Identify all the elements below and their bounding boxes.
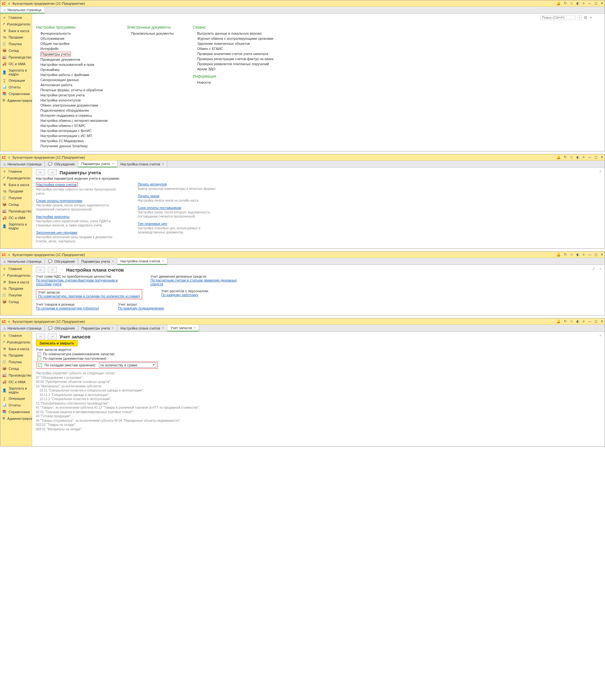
window-control-icon[interactable]: ◐: [576, 252, 580, 257]
window-control-icon[interactable]: ◐: [576, 1, 580, 5]
window-control-icon[interactable]: ☆: [570, 155, 573, 159]
sidebar-item[interactable]: 📊Отчеты: [0, 84, 32, 90]
sidebar-item[interactable]: ↗Руководителю: [0, 339, 32, 345]
window-control-icon[interactable]: ◐: [576, 319, 580, 323]
search-input[interactable]: [540, 15, 575, 20]
settings-link[interactable]: Сроки оплаты покупателями: [36, 199, 82, 203]
sidebar-item[interactable]: ⚙Администрирование: [0, 97, 32, 104]
tab-home[interactable]: ⌂Начальная страница: [0, 258, 45, 265]
plan-link[interactable]: По каждому работнику: [161, 293, 199, 297]
sidebar-item[interactable]: 🏭Производство: [0, 372, 32, 378]
sidebar-item[interactable]: 🏭Производство: [0, 54, 32, 60]
menu-icon[interactable]: ≡: [8, 155, 10, 159]
window-control-icon[interactable]: 🔔: [556, 155, 561, 159]
settings-link[interactable]: Настройка плана счетов: [37, 182, 77, 186]
sidebar-item[interactable]: ∑Операции: [0, 77, 32, 84]
menu-link[interactable]: Автономная работа: [41, 83, 107, 87]
forward-button[interactable]: →: [48, 170, 57, 175]
sidebar-item[interactable]: 📚Справочники: [0, 408, 32, 415]
menu-link[interactable]: Обмен электронными документами: [41, 103, 107, 107]
menu-link[interactable]: Настройки регистров учета: [41, 93, 107, 97]
sidebar-item[interactable]: ⚙Администрирование: [0, 415, 32, 422]
menu-link[interactable]: Проверка аналитики счетов учета капитала: [197, 52, 274, 56]
close-icon[interactable]: ×: [162, 162, 164, 166]
menu-link[interactable]: Настройка колонтитулов: [41, 98, 107, 102]
window-control-icon[interactable]: —: [588, 155, 591, 159]
quantity-sum-dropdown[interactable]: по количеству и сумме: [99, 362, 156, 368]
window-control-icon[interactable]: ◻: [595, 252, 597, 257]
window-control-icon[interactable]: ☆: [570, 319, 573, 323]
back-button[interactable]: ←: [36, 267, 45, 273]
close-icon[interactable]: ×: [112, 162, 114, 166]
tab-stock[interactable]: Учет запасов×: [167, 325, 199, 331]
sidebar-item[interactable]: 🚚ОС и НМА: [0, 214, 32, 221]
tab-discussions[interactable]: 💬Обсуждения: [45, 160, 78, 167]
menu-link[interactable]: Выгрузить данные в локальную версию: [197, 31, 274, 35]
menu-link[interactable]: Интернет-поддержка и сервисы: [41, 114, 107, 117]
sidebar-item[interactable]: 🛒Покупки: [0, 41, 32, 47]
menu-link[interactable]: Настройки обмена с ЕГАИС: [41, 124, 107, 127]
settings-link[interactable]: Настройки зарплаты: [36, 215, 69, 219]
sidebar-item[interactable]: 🛍Продажи: [0, 352, 32, 358]
sidebar-item[interactable]: 🛍Продажи: [0, 188, 32, 194]
window-control-icon[interactable]: ≡: [583, 252, 585, 257]
checkbox-icon[interactable]: ✓: [38, 363, 42, 367]
tab-plan[interactable]: Настройка плана счетов×: [117, 258, 168, 265]
sidebar-item[interactable]: ∑Операции: [0, 395, 32, 402]
sidebar-item[interactable]: ⊕Банк и касса: [0, 27, 32, 34]
close-icon[interactable]: ×: [600, 334, 602, 338]
sidebar-item[interactable]: 📦Склад: [0, 365, 32, 372]
sidebar-item[interactable]: 📚Справочники: [0, 90, 32, 97]
menu-icon[interactable]: ≡: [8, 320, 10, 323]
sidebar-item[interactable]: 👤Зарплата и кадры: [0, 221, 32, 231]
menu-link[interactable]: Архив ЭДО: [197, 67, 274, 71]
star-icon[interactable]: ☆: [59, 267, 64, 272]
menu-link[interactable]: Настройки интеграции с ИС МП: [41, 134, 107, 138]
window-control-icon[interactable]: ◻: [595, 1, 597, 5]
plan-link[interactable]: По номенклатуре, партиям и складам (по к…: [38, 294, 140, 298]
window-control-icon[interactable]: ✕: [601, 319, 603, 323]
sidebar-item[interactable]: 👤Зарплата и кадры: [0, 67, 32, 77]
window-control-icon[interactable]: ✕: [601, 1, 603, 5]
menu-link[interactable]: Настройки пользователей и прав: [41, 62, 107, 67]
sidebar-item[interactable]: ≡Главное: [0, 332, 32, 339]
menu-link[interactable]: Настройки работы с файлами: [41, 73, 107, 77]
window-control-icon[interactable]: ✕: [601, 155, 603, 159]
window-control-icon[interactable]: ≡: [583, 155, 585, 159]
sidebar-item[interactable]: 🛍Продажи: [0, 285, 32, 292]
sidebar-item[interactable]: ↗Руководителю: [0, 21, 32, 27]
tab-plan[interactable]: Настройка плана счетов×: [117, 160, 168, 167]
forward-button[interactable]: →: [48, 334, 57, 339]
menu-link[interactable]: Органайзер: [41, 68, 107, 72]
sidebar-item[interactable]: 👤Зарплата и кадры: [0, 385, 32, 395]
sidebar-item[interactable]: 📦Склад: [0, 298, 32, 305]
menu-link[interactable]: Удаление помеченных объектов: [197, 42, 274, 46]
tab-plan[interactable]: Настройка плана счетов×: [117, 325, 168, 331]
menu-link[interactable]: Проверка регистрации счетов-фактур на ав…: [197, 57, 274, 61]
back-button[interactable]: ←: [36, 334, 45, 339]
tab-discussions[interactable]: 💬Обсуждения: [45, 258, 78, 265]
menu-link[interactable]: Функциональность: [41, 31, 107, 35]
tab-discussions[interactable]: 💬Обсуждения: [45, 325, 78, 331]
menu-link[interactable]: Произвольные документы: [131, 31, 174, 35]
save-close-button[interactable]: Записать и закрыть: [36, 340, 78, 346]
back-button[interactable]: ←: [36, 170, 45, 175]
menu-link[interactable]: Проверка реквизитов платежных поручений: [197, 62, 274, 66]
window-control-icon[interactable]: ☆: [570, 252, 573, 257]
sidebar-item[interactable]: 📦Склад: [0, 201, 32, 208]
settings-link[interactable]: Срок оплаты поставщикам: [138, 206, 181, 209]
settings-link[interactable]: Тип плановых цен: [138, 222, 167, 225]
sidebar-item[interactable]: ≡Главное: [0, 14, 32, 21]
menu-link[interactable]: Обмен с ЕГАИС: [197, 47, 274, 51]
tab-params[interactable]: Параметры учета×: [78, 160, 117, 167]
sidebar-item[interactable]: 🛒Покупки: [0, 194, 32, 201]
sidebar-item[interactable]: 📦Склад: [0, 47, 32, 54]
menu-icon[interactable]: ≡: [8, 2, 10, 5]
window-control-icon[interactable]: ≡: [583, 1, 585, 5]
plan-link[interactable]: По расчетным счетам и статьям движения д…: [150, 278, 237, 286]
sidebar-item[interactable]: ⊕Банк и касса: [0, 279, 32, 285]
window-control-icon[interactable]: ✕: [601, 252, 603, 257]
sidebar-item[interactable]: ≡Главное: [0, 168, 32, 175]
sidebar-item[interactable]: 🛒Покупки: [0, 358, 32, 365]
close-icon[interactable]: ×: [600, 267, 602, 271]
